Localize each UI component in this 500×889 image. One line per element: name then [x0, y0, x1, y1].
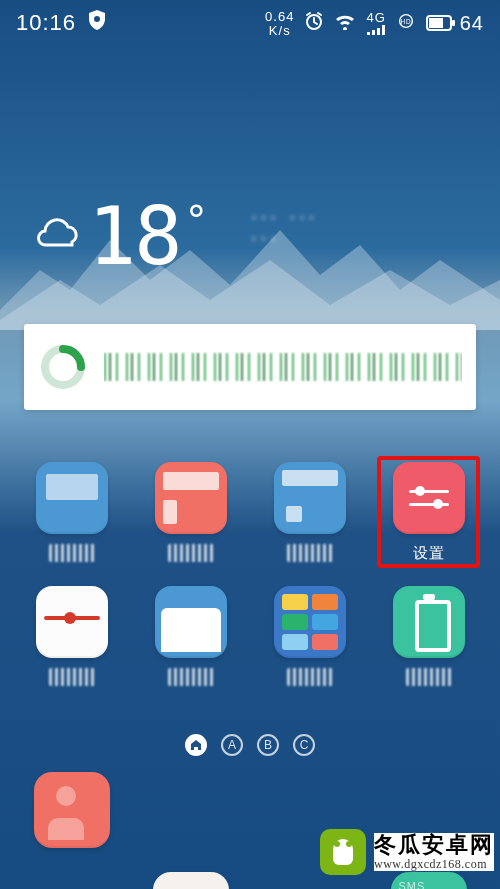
- svg-rect-4: [377, 28, 380, 35]
- app-label: [49, 544, 95, 562]
- app-battery[interactable]: [381, 586, 476, 686]
- gallery-app-icon: [155, 586, 227, 658]
- home-screen: 10:16 0.64 K/s 4G HD: [0, 0, 500, 889]
- net-speed: 0.64 K/s: [265, 10, 294, 37]
- watermark-title: 冬瓜安卓网: [374, 833, 494, 857]
- svg-point-0: [94, 16, 100, 22]
- contacts-icon: [34, 772, 110, 848]
- folder-app-icon: [274, 586, 346, 658]
- progress-ring-icon: [38, 342, 88, 392]
- camera-icon: [153, 872, 229, 889]
- app-label: [287, 668, 333, 686]
- app-label: [168, 544, 214, 562]
- svg-rect-10: [452, 20, 455, 26]
- radio-app-icon: [36, 586, 108, 658]
- hd-icon: HD: [396, 13, 416, 34]
- page-indicator: A B C: [0, 734, 500, 756]
- weather-app-icon: [36, 462, 108, 534]
- watermark: 冬瓜安卓网 www.dgxcdz168.com: [314, 825, 500, 879]
- pager-dot-c[interactable]: C: [293, 734, 315, 756]
- app-settings[interactable]: 设置: [379, 458, 478, 566]
- app-label: 设置: [406, 544, 452, 562]
- svg-rect-3: [372, 30, 375, 35]
- temperature-unit: °: [184, 198, 206, 244]
- weather-detail: ··· ··· ···: [249, 208, 316, 250]
- cloud-icon: [34, 210, 84, 260]
- dock-contacts[interactable]: [24, 772, 119, 848]
- app-label: [168, 668, 214, 686]
- pager-dot-a[interactable]: A: [221, 734, 243, 756]
- calendar-app-icon: [155, 462, 227, 534]
- app-calculator[interactable]: [262, 462, 357, 562]
- svg-rect-2: [367, 32, 370, 35]
- shield-icon: [88, 10, 106, 36]
- app-calendar[interactable]: [143, 462, 238, 562]
- svg-text:HD: HD: [400, 17, 411, 24]
- app-gallery[interactable]: [143, 586, 238, 686]
- status-bar: 10:16 0.64 K/s 4G HD: [0, 0, 500, 46]
- pager-dot-b[interactable]: B: [257, 734, 279, 756]
- app-grid: 设置: [24, 462, 476, 686]
- svg-rect-9: [429, 18, 443, 28]
- weather-clock-widget[interactable]: 18 ° ··· ··· ···: [34, 190, 334, 280]
- app-weather[interactable]: [24, 462, 119, 562]
- svg-rect-5: [382, 25, 385, 35]
- app-folder[interactable]: [262, 586, 357, 686]
- battery-app-icon: [393, 586, 465, 658]
- watermark-url: www.dgxcdz168.com: [374, 858, 494, 871]
- dock-camera[interactable]: [143, 872, 238, 889]
- search-placeholder: [104, 352, 462, 382]
- temperature-value: 18: [88, 190, 180, 283]
- app-radio[interactable]: [24, 586, 119, 686]
- alarm-icon: [304, 11, 324, 36]
- app-label: [406, 668, 452, 686]
- battery-icon: 64: [426, 12, 484, 35]
- settings-app-icon: [393, 462, 465, 534]
- clock-text: 10:16: [16, 10, 76, 36]
- app-label: [49, 668, 95, 686]
- app-label: [287, 544, 333, 562]
- pager-home[interactable]: [185, 734, 207, 756]
- mobile-network: 4G: [366, 11, 385, 35]
- watermark-logo-icon: [320, 829, 366, 875]
- calculator-app-icon: [274, 462, 346, 534]
- wifi-icon: [334, 12, 356, 35]
- search-card[interactable]: [24, 324, 476, 410]
